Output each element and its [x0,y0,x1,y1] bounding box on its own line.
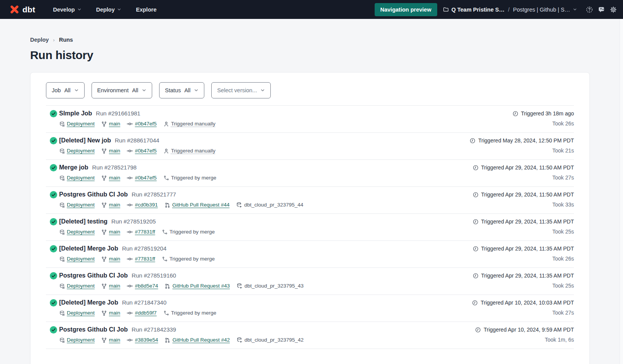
filter-label: Environment [97,87,129,93]
git-merge-icon [163,310,169,316]
environment-link[interactable]: Deployment [67,148,95,154]
feedback-icon[interactable] [598,6,605,13]
branch-link[interactable]: main [109,283,120,289]
pull-request-link[interactable]: GitHub Pull Request #42 [172,337,230,343]
chevron-down-icon [77,7,81,12]
branch-link[interactable]: main [109,148,120,154]
run-row[interactable]: [Deleted] Merge Job Run #278519204 Deplo… [46,241,574,268]
run-row[interactable]: [Deleted] testing Run #278519205 Deploym… [46,214,574,241]
run-row[interactable]: Postgres Github CI Job Run #271842339 De… [46,322,574,349]
commit-link[interactable]: #ddb59f7 [135,310,156,316]
gear-icon[interactable] [610,6,617,13]
status-filter[interactable]: Status All [159,82,204,98]
environment-link[interactable]: Deployment [67,283,95,289]
run-row[interactable]: SImple Job Run #291661981 Deployment mai… [46,106,574,133]
branch-link[interactable]: main [109,256,120,262]
commit-link[interactable]: #77831ff [135,256,155,262]
nav-item-develop[interactable]: Develop [53,7,81,13]
help-icon[interactable] [586,6,593,13]
success-check-icon [50,299,57,306]
git-branch-icon [101,337,107,343]
triggered-time: Triggered Apr 10, 2024, 9:59 AM PDT [484,326,574,334]
trigger-text[interactable]: Triggered manually [171,148,216,154]
job-name[interactable]: Postgres Github CI Job [59,271,128,280]
run-row[interactable]: Postgres Github CI Job Run #278519160 De… [46,268,574,295]
run-row[interactable]: [Deleted] New job Run #288617044 Deploym… [46,133,574,160]
job-name[interactable]: Merge job [59,163,88,172]
job-name[interactable]: Postgres Github CI Job [59,325,128,334]
account-selector[interactable]: Q Team Pristine S… [443,7,505,13]
scrollbar[interactable] [620,19,623,364]
commit-link[interactable]: #77831ff [135,229,155,235]
job-name[interactable]: [Deleted] New job [59,136,111,145]
filter-placeholder: Select version... [217,87,257,93]
run-row[interactable]: Postgres Github CI Job Run #278521777 De… [46,187,574,214]
project-selector[interactable]: Postgres | Github | S… [513,7,577,13]
branch-link[interactable]: main [109,337,120,343]
triggered-time: Triggered 3h 18m ago [521,110,574,117]
pull-request-link[interactable]: GitHub Pull Request #44 [172,202,230,208]
branch-link[interactable]: main [109,175,120,181]
environment-link[interactable]: Deployment [67,337,95,343]
environment-link[interactable]: Deployment [67,202,95,208]
branch-link[interactable]: main [109,202,120,208]
commit-link[interactable]: #0b47ef5 [135,175,156,181]
environment-link[interactable]: Deployment [67,229,95,235]
commit-link[interactable]: #cd0b391 [135,202,158,208]
commit-link[interactable]: #0b47ef5 [135,148,156,154]
dbt-logo[interactable]: dbt [9,4,35,15]
git-merge-icon [162,256,168,262]
git-branch-icon [101,310,107,316]
commit-link[interactable]: #3839e54 [135,337,158,343]
environment-link[interactable]: Deployment [67,256,95,262]
pull-request-link[interactable]: GitHub Pull Request #43 [172,283,230,289]
environment-link[interactable]: Deployment [67,121,95,127]
breadcrumb-deploy[interactable]: Deploy [30,37,49,43]
run-id: Run #288617044 [115,136,159,145]
run-row[interactable]: [Deleted] Merge Job Run #271847340 Deplo… [46,295,574,322]
environment-filter[interactable]: Environment All [92,82,153,98]
triggered-time: Triggered Apr 29, 2024, 11:35 AM PDT [481,245,574,252]
clock-icon [473,246,479,252]
job-name[interactable]: SImple Job [59,109,92,118]
run-row[interactable]: Merge job Run #278521798 Deployment main… [46,160,574,187]
chevron-down-icon [74,88,79,93]
nav-item-explore[interactable]: Explore [136,7,156,13]
job-name[interactable]: [Deleted] testing [59,217,107,226]
run-id: Run #278519204 [122,244,166,253]
breadcrumb: Deploy › Runs [30,37,623,43]
version-filter[interactable]: Select version... [211,82,271,98]
job-filter[interactable]: Job All [46,82,85,98]
database-icon [59,310,65,316]
page-body: Deploy › Runs Run history Job All Enviro… [0,37,623,364]
git-branch-icon [101,283,107,289]
git-commit-icon [127,283,133,289]
branch-link[interactable]: main [109,310,120,316]
account-project-breadcrumb: Q Team Pristine S… / Postgres | Github |… [443,7,577,13]
job-name[interactable]: Postgres Github CI Job [59,190,128,199]
git-pull-request-icon [165,202,170,208]
environment-link[interactable]: Deployment [67,175,95,181]
branch-link[interactable]: main [109,121,120,127]
breadcrumb-slash: / [508,7,509,13]
git-branch-icon [101,121,107,127]
branch-link[interactable]: main [109,229,120,235]
clock-icon [473,192,479,198]
environment-link[interactable]: Deployment [67,310,95,316]
filter-value: All [64,87,70,93]
navigation-preview-button[interactable]: Navigation preview [375,3,437,16]
job-name[interactable]: [Deleted] Merge Job [59,298,118,307]
run-id: Run #271842339 [132,325,176,334]
duration: Took 27s [552,174,574,181]
breadcrumb-runs[interactable]: Runs [59,37,73,43]
git-branch-icon [101,148,107,154]
trigger-text[interactable]: Triggered manually [171,121,216,127]
nav-item-deploy[interactable]: Deploy [96,7,121,13]
git-commit-icon [127,310,133,316]
job-name[interactable]: [Deleted] Merge Job [59,244,118,253]
commit-link[interactable]: #0b47ef5 [135,121,156,127]
run-id: Run #291661981 [96,109,140,118]
commit-link[interactable]: #b8d5e74 [135,283,158,289]
database-icon [59,283,65,289]
chevron-down-icon [260,88,265,93]
